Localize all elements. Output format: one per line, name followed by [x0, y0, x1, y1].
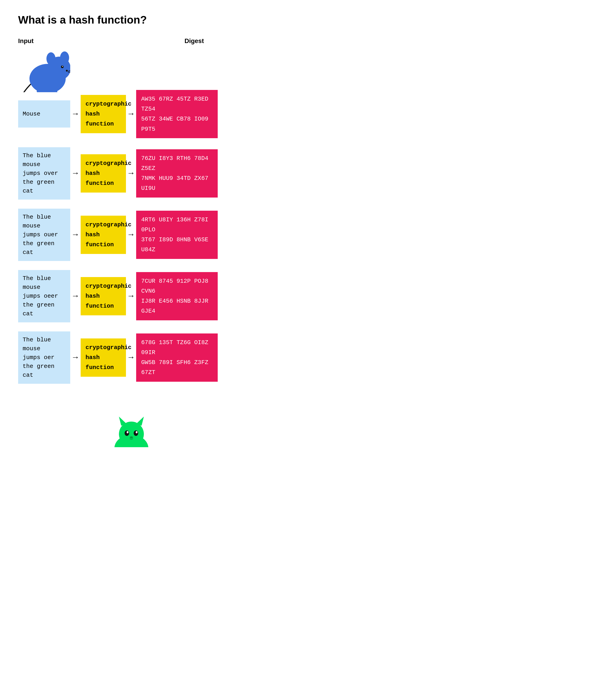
svg-point-6: [66, 70, 68, 71]
hash-row-mouse: Mouse → cryptographic hash function → AW…: [18, 90, 208, 138]
cat-illustration: [107, 416, 152, 447]
input-sentence4: The blue mouse jumps oer the green cat: [18, 331, 70, 384]
svg-point-17: [127, 431, 129, 433]
input-label: Input: [18, 37, 33, 45]
arrow-9: →: [73, 353, 78, 362]
row-sentence2: The blue mouse jumps ouer the green cat …: [18, 209, 208, 261]
input-sentence1: The blue mouse jumps over the green cat: [18, 147, 70, 200]
row-sentence3: The blue mouse jumps oeer the green cat …: [18, 270, 208, 322]
svg-point-4: [61, 65, 64, 68]
svg-marker-13: [119, 417, 127, 426]
mouse-illustration: [18, 47, 70, 92]
hash-row-2: The blue mouse jumps ouer the green cat …: [18, 209, 208, 261]
arrow-5: →: [73, 230, 78, 239]
arrow-3: →: [73, 169, 78, 178]
arrow-10: →: [129, 353, 134, 362]
row-sentence4: The blue mouse jumps oer the green cat →…: [18, 331, 208, 425]
hash-row-1: The blue mouse jumps over the green cat …: [18, 147, 208, 200]
arrow-8: →: [129, 291, 134, 301]
svg-point-18: [136, 431, 138, 433]
input-sentence3: The blue mouse jumps oeer the green cat: [18, 270, 70, 322]
hash-row-4: The blue mouse jumps oer the green cat →…: [18, 331, 208, 384]
svg-marker-14: [136, 417, 144, 426]
arrow-4: →: [129, 169, 134, 178]
row-mouse: Mouse → cryptographic hash function → AW…: [18, 47, 208, 138]
digest-2: 4RT6 U8IY 136H Z78I 0PLO 3T67 I89D 8HNB …: [136, 211, 218, 259]
digest-4: 678G 135T TZ6G OI8Z 09IR GW5B 789I SFH6 …: [136, 333, 218, 382]
hash-function-4: cryptographic hash function: [81, 338, 126, 377]
hash-function-3: cryptographic hash function: [81, 277, 126, 315]
digest-mouse: AW35 67RZ 45TZ R3ED TZ54 56TZ 34WE CB78 …: [136, 90, 218, 138]
hash-function-mouse: cryptographic hash function: [81, 95, 126, 133]
svg-point-16: [134, 430, 138, 436]
svg-point-5: [62, 66, 63, 67]
input-mouse: Mouse: [18, 100, 70, 128]
input-sentence2: The blue mouse jumps ouer the green cat: [18, 209, 70, 261]
row-sentence1: The blue mouse jumps over the green cat …: [18, 147, 208, 200]
digest-1: 76ZU I8Y3 RTH6 78D4 Z5EZ 7NMK HUU9 34TD …: [136, 149, 218, 198]
svg-point-15: [125, 430, 129, 436]
hash-function-1: cryptographic hash function: [81, 154, 126, 193]
digest-3: 7CUR 8745 912P POJ8 CVN6 IJ8R E456 HSNB …: [136, 272, 218, 320]
digest-label: Digest: [184, 37, 204, 45]
svg-point-19: [130, 436, 133, 439]
page-title: What is a hash function?: [18, 14, 208, 26]
arrow-6: →: [129, 230, 134, 239]
arrow-1: →: [73, 109, 78, 119]
svg-point-3: [60, 51, 69, 64]
svg-point-2: [46, 52, 55, 65]
svg-point-12: [119, 422, 144, 447]
arrow-7: →: [73, 291, 78, 301]
arrow-2: →: [129, 109, 134, 119]
hash-function-2: cryptographic hash function: [81, 216, 126, 254]
hash-row-3: The blue mouse jumps oeer the green cat …: [18, 270, 208, 322]
